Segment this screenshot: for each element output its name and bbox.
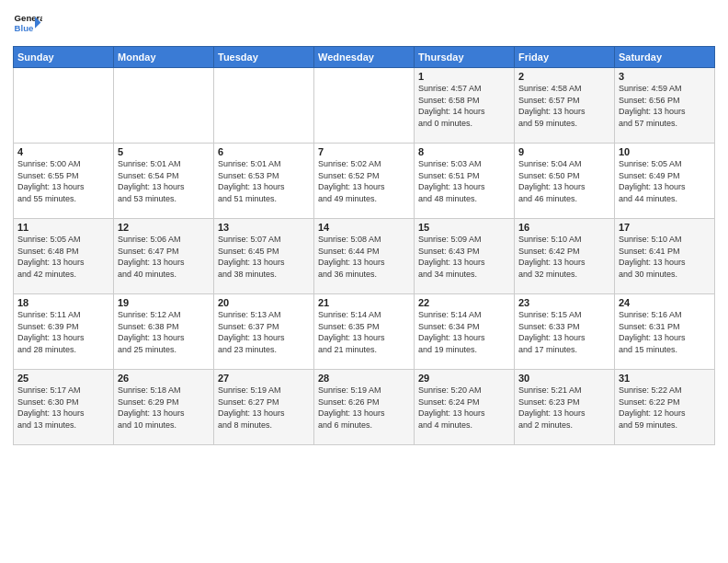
calendar-cell: 30Sunrise: 5:21 AM Sunset: 6:23 PM Dayli… — [515, 370, 615, 445]
calendar-cell: 16Sunrise: 5:10 AM Sunset: 6:42 PM Dayli… — [515, 219, 615, 294]
logo-icon: GeneralBlue — [13, 9, 42, 39]
header-tuesday: Tuesday — [214, 47, 314, 68]
calendar-cell: 13Sunrise: 5:07 AM Sunset: 6:45 PM Dayli… — [214, 219, 314, 294]
day-number: 30 — [518, 373, 610, 384]
day-number: 20 — [218, 297, 310, 308]
calendar-cell: 14Sunrise: 5:08 AM Sunset: 6:44 PM Dayli… — [314, 219, 415, 294]
day-info: Sunrise: 5:01 AM Sunset: 6:54 PM Dayligh… — [118, 158, 210, 204]
day-info: Sunrise: 5:22 AM Sunset: 6:22 PM Dayligh… — [619, 385, 711, 431]
day-info: Sunrise: 5:07 AM Sunset: 6:45 PM Dayligh… — [218, 234, 310, 280]
calendar-cell: 18Sunrise: 5:11 AM Sunset: 6:39 PM Dayli… — [14, 294, 114, 370]
day-number: 15 — [418, 222, 510, 233]
calendar-cell: 10Sunrise: 5:05 AM Sunset: 6:49 PM Dayli… — [615, 144, 715, 219]
calendar-cell: 21Sunrise: 5:14 AM Sunset: 6:35 PM Dayli… — [314, 294, 415, 370]
calendar-cell: 7Sunrise: 5:02 AM Sunset: 6:52 PM Daylig… — [314, 144, 415, 219]
day-number: 31 — [619, 373, 711, 384]
day-info: Sunrise: 5:06 AM Sunset: 6:47 PM Dayligh… — [118, 234, 210, 280]
calendar-cell: 31Sunrise: 5:22 AM Sunset: 6:22 PM Dayli… — [615, 370, 715, 445]
day-info: Sunrise: 4:57 AM Sunset: 6:58 PM Dayligh… — [418, 83, 510, 129]
calendar-cell: 3Sunrise: 4:59 AM Sunset: 6:56 PM Daylig… — [615, 68, 715, 144]
calendar-cell: 24Sunrise: 5:16 AM Sunset: 6:31 PM Dayli… — [615, 294, 715, 370]
day-info: Sunrise: 5:12 AM Sunset: 6:38 PM Dayligh… — [118, 309, 210, 355]
day-number: 11 — [17, 222, 109, 233]
calendar-cell — [14, 68, 114, 144]
day-info: Sunrise: 5:10 AM Sunset: 6:41 PM Dayligh… — [619, 234, 711, 280]
day-info: Sunrise: 5:21 AM Sunset: 6:23 PM Dayligh… — [518, 385, 610, 431]
calendar-cell: 6Sunrise: 5:01 AM Sunset: 6:53 PM Daylig… — [214, 144, 314, 219]
header-saturday: Saturday — [615, 47, 715, 68]
calendar-table: SundayMondayTuesdayWednesdayThursdayFrid… — [13, 46, 715, 445]
calendar-week-row: 11Sunrise: 5:05 AM Sunset: 6:48 PM Dayli… — [14, 219, 715, 294]
day-number: 4 — [17, 146, 109, 157]
day-number: 25 — [17, 373, 109, 384]
header-wednesday: Wednesday — [314, 47, 415, 68]
calendar-header-row: SundayMondayTuesdayWednesdayThursdayFrid… — [14, 47, 715, 68]
day-info: Sunrise: 5:01 AM Sunset: 6:53 PM Dayligh… — [218, 158, 310, 204]
day-info: Sunrise: 5:05 AM Sunset: 6:48 PM Dayligh… — [17, 234, 109, 280]
day-info: Sunrise: 5:08 AM Sunset: 6:44 PM Dayligh… — [318, 234, 410, 280]
day-info: Sunrise: 5:19 AM Sunset: 6:26 PM Dayligh… — [318, 385, 410, 431]
calendar-cell: 22Sunrise: 5:14 AM Sunset: 6:34 PM Dayli… — [415, 294, 515, 370]
calendar-cell: 15Sunrise: 5:09 AM Sunset: 6:43 PM Dayli… — [415, 219, 515, 294]
day-number: 12 — [118, 222, 210, 233]
day-info: Sunrise: 5:13 AM Sunset: 6:37 PM Dayligh… — [218, 309, 310, 355]
day-info: Sunrise: 5:00 AM Sunset: 6:55 PM Dayligh… — [17, 158, 109, 204]
calendar-cell: 4Sunrise: 5:00 AM Sunset: 6:55 PM Daylig… — [14, 144, 114, 219]
day-number: 28 — [318, 373, 410, 384]
day-number: 17 — [619, 222, 711, 233]
day-number: 3 — [619, 71, 711, 82]
day-number: 16 — [518, 222, 610, 233]
day-number: 18 — [17, 297, 109, 308]
day-number: 13 — [218, 222, 310, 233]
day-info: Sunrise: 5:17 AM Sunset: 6:30 PM Dayligh… — [17, 385, 109, 431]
calendar-cell: 2Sunrise: 4:58 AM Sunset: 6:57 PM Daylig… — [515, 68, 615, 144]
day-number: 8 — [418, 146, 510, 157]
logo: GeneralBlue — [13, 9, 42, 39]
day-info: Sunrise: 5:02 AM Sunset: 6:52 PM Dayligh… — [318, 158, 410, 204]
day-info: Sunrise: 5:20 AM Sunset: 6:24 PM Dayligh… — [418, 385, 510, 431]
day-info: Sunrise: 4:58 AM Sunset: 6:57 PM Dayligh… — [518, 83, 610, 129]
header-thursday: Thursday — [415, 47, 515, 68]
calendar-cell: 23Sunrise: 5:15 AM Sunset: 6:33 PM Dayli… — [515, 294, 615, 370]
day-number: 29 — [418, 373, 510, 384]
day-number: 19 — [118, 297, 210, 308]
day-number: 7 — [318, 146, 410, 157]
svg-text:Blue: Blue — [15, 23, 34, 33]
day-number: 14 — [318, 222, 410, 233]
calendar-week-row: 18Sunrise: 5:11 AM Sunset: 6:39 PM Dayli… — [14, 294, 715, 370]
day-number: 24 — [619, 297, 711, 308]
calendar-cell — [114, 68, 214, 144]
calendar-cell: 12Sunrise: 5:06 AM Sunset: 6:47 PM Dayli… — [114, 219, 214, 294]
day-number: 10 — [619, 146, 711, 157]
calendar-week-row: 4Sunrise: 5:00 AM Sunset: 6:55 PM Daylig… — [14, 144, 715, 219]
page-header: GeneralBlue — [13, 9, 715, 39]
day-info: Sunrise: 5:03 AM Sunset: 6:51 PM Dayligh… — [418, 158, 510, 204]
header-monday: Monday — [114, 47, 214, 68]
day-number: 9 — [518, 146, 610, 157]
calendar-cell: 27Sunrise: 5:19 AM Sunset: 6:27 PM Dayli… — [214, 370, 314, 445]
calendar-cell — [214, 68, 314, 144]
calendar-cell: 17Sunrise: 5:10 AM Sunset: 6:41 PM Dayli… — [615, 219, 715, 294]
day-info: Sunrise: 5:18 AM Sunset: 6:29 PM Dayligh… — [118, 385, 210, 431]
day-info: Sunrise: 5:10 AM Sunset: 6:42 PM Dayligh… — [518, 234, 610, 280]
day-number: 21 — [318, 297, 410, 308]
calendar-week-row: 1Sunrise: 4:57 AM Sunset: 6:58 PM Daylig… — [14, 68, 715, 144]
header-sunday: Sunday — [14, 47, 114, 68]
calendar-cell: 5Sunrise: 5:01 AM Sunset: 6:54 PM Daylig… — [114, 144, 214, 219]
day-info: Sunrise: 5:09 AM Sunset: 6:43 PM Dayligh… — [418, 234, 510, 280]
calendar-cell: 20Sunrise: 5:13 AM Sunset: 6:37 PM Dayli… — [214, 294, 314, 370]
day-number: 27 — [218, 373, 310, 384]
day-info: Sunrise: 5:16 AM Sunset: 6:31 PM Dayligh… — [619, 309, 711, 355]
day-info: Sunrise: 4:59 AM Sunset: 6:56 PM Dayligh… — [619, 83, 711, 129]
day-number: 5 — [118, 146, 210, 157]
day-number: 2 — [518, 71, 610, 82]
calendar-cell: 1Sunrise: 4:57 AM Sunset: 6:58 PM Daylig… — [415, 68, 515, 144]
calendar-cell: 28Sunrise: 5:19 AM Sunset: 6:26 PM Dayli… — [314, 370, 415, 445]
calendar-cell: 26Sunrise: 5:18 AM Sunset: 6:29 PM Dayli… — [114, 370, 214, 445]
day-number: 26 — [118, 373, 210, 384]
day-number: 1 — [418, 71, 510, 82]
day-info: Sunrise: 5:14 AM Sunset: 6:34 PM Dayligh… — [418, 309, 510, 355]
calendar-cell: 29Sunrise: 5:20 AM Sunset: 6:24 PM Dayli… — [415, 370, 515, 445]
header-friday: Friday — [515, 47, 615, 68]
calendar-cell — [314, 68, 415, 144]
